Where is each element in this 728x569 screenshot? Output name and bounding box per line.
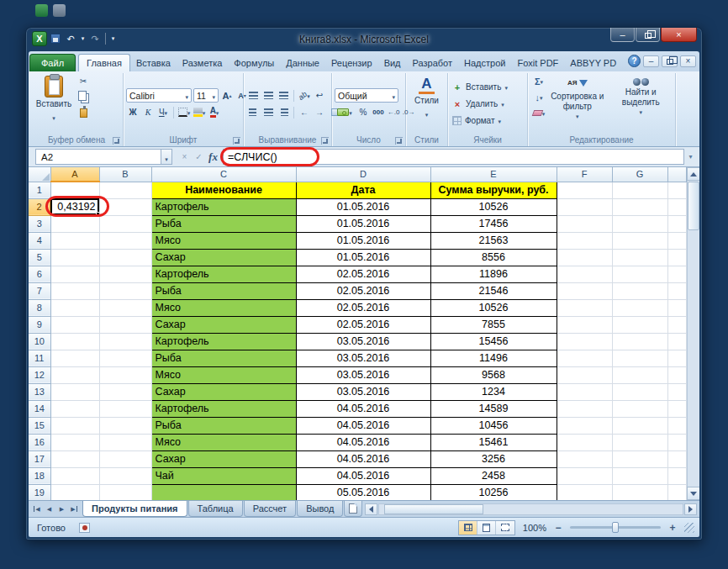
cell[interactable]: [50, 450, 99, 467]
number-format-combo[interactable]: Общий: [335, 88, 398, 103]
next-sheet-button[interactable]: ▶: [55, 503, 68, 515]
fill-button[interactable]: ↓: [532, 90, 546, 104]
cell[interactable]: [557, 282, 612, 299]
row-header[interactable]: 7: [29, 282, 50, 299]
column-header[interactable]: E: [430, 167, 557, 182]
sheet-tab[interactable]: Вывод: [297, 501, 343, 517]
ribbon-tab[interactable]: ABBYY PD: [564, 55, 622, 71]
percent-style-button[interactable]: %: [356, 105, 370, 119]
cell[interactable]: [99, 249, 151, 266]
horizontal-scrollbar[interactable]: [365, 503, 697, 515]
redo-button[interactable]: ↷: [88, 32, 102, 46]
autosum-button[interactable]: Σ: [532, 74, 546, 88]
date-cell[interactable]: 04.05.2016: [296, 417, 430, 434]
cell[interactable]: [667, 182, 686, 198]
cell[interactable]: [667, 467, 686, 484]
scroll-down-button[interactable]: [687, 487, 699, 500]
cell[interactable]: [667, 198, 686, 215]
excel-logo-icon[interactable]: X: [32, 31, 47, 46]
save-button[interactable]: [49, 32, 62, 46]
cell[interactable]: [557, 366, 612, 383]
cell[interactable]: [557, 400, 612, 417]
dialog-launcher-icon[interactable]: [321, 137, 329, 145]
product-cell[interactable]: Картофель: [151, 333, 296, 350]
increase-decimal-button[interactable]: ←.0: [387, 105, 400, 119]
cell[interactable]: [557, 434, 612, 450]
cell[interactable]: [667, 215, 686, 232]
cell[interactable]: [667, 383, 686, 400]
row-header[interactable]: 4: [29, 232, 50, 249]
cell[interactable]: [50, 299, 99, 316]
cell[interactable]: [50, 350, 99, 366]
sheet-tab[interactable]: Продукты питания: [82, 501, 187, 517]
clear-button[interactable]: [532, 106, 546, 120]
cell[interactable]: [50, 434, 99, 450]
cell[interactable]: [612, 266, 667, 282]
cell[interactable]: [612, 282, 667, 299]
cancel-button[interactable]: ×: [177, 149, 192, 165]
first-sheet-button[interactable]: ◀: [30, 503, 43, 515]
product-cell[interactable]: Сахар: [151, 316, 296, 333]
row-header[interactable]: 14: [29, 400, 50, 417]
row-header[interactable]: 5: [29, 249, 50, 266]
ribbon-tab[interactable]: Вид: [378, 55, 407, 71]
cell[interactable]: [99, 198, 151, 215]
comma-style-button[interactable]: 000: [372, 105, 385, 119]
product-cell[interactable]: Картофель: [151, 198, 296, 215]
wrap-text-button[interactable]: ↩: [313, 88, 326, 103]
formula-bar-expand-button[interactable]: ▾: [684, 149, 697, 165]
align-bottom-button[interactable]: [277, 88, 290, 103]
sum-cell[interactable]: 10456: [430, 417, 557, 434]
cell[interactable]: [667, 299, 686, 316]
cell[interactable]: [667, 400, 686, 417]
date-cell[interactable]: 03.05.2016: [296, 366, 430, 383]
row-header[interactable]: 19: [29, 484, 50, 500]
product-cell[interactable]: Мясо: [151, 232, 296, 249]
cell[interactable]: [50, 316, 99, 333]
dialog-launcher-icon[interactable]: [113, 137, 120, 145]
row-header[interactable]: 11: [29, 350, 50, 366]
sum-cell[interactable]: 9568: [430, 366, 557, 383]
cell[interactable]: [612, 450, 667, 467]
date-cell[interactable]: 04.05.2016: [296, 434, 430, 450]
sum-cell[interactable]: 21546: [430, 282, 557, 299]
cell[interactable]: [667, 450, 686, 467]
zoom-slider-thumb[interactable]: [612, 522, 619, 533]
cell[interactable]: [99, 467, 151, 484]
cell[interactable]: [557, 467, 612, 484]
fill-handle[interactable]: [96, 212, 99, 215]
product-cell[interactable]: Рыба: [151, 417, 296, 434]
undo-dropdown-button[interactable]: ▾: [79, 32, 87, 46]
fill-color-button[interactable]: [193, 105, 206, 119]
cell[interactable]: [557, 484, 612, 500]
workbook-minimize-button[interactable]: –: [643, 55, 659, 67]
sum-cell[interactable]: 10526: [430, 299, 557, 316]
ribbon-tab[interactable]: Данные: [280, 55, 325, 71]
cell[interactable]: [667, 232, 686, 249]
align-middle-button[interactable]: [261, 88, 275, 103]
sum-cell[interactable]: 3256: [430, 450, 557, 467]
product-cell[interactable]: Сахар: [151, 383, 296, 400]
formula-input[interactable]: =СЛЧИС(): [223, 149, 684, 165]
cell[interactable]: [50, 215, 99, 232]
row-header[interactable]: 8: [29, 299, 50, 316]
product-cell[interactable]: Мясо: [151, 434, 296, 450]
qat-customize-button[interactable]: ▾: [109, 32, 117, 46]
workbook-close-button[interactable]: ×: [680, 55, 696, 67]
close-button[interactable]: ×: [661, 28, 697, 42]
cell[interactable]: [612, 350, 667, 366]
name-box[interactable]: A2: [35, 149, 161, 165]
cell[interactable]: [667, 366, 686, 383]
scroll-left-button[interactable]: [365, 503, 377, 515]
vertical-scrollbar-thumb[interactable]: [688, 182, 699, 230]
page-layout-view-button[interactable]: [477, 521, 496, 535]
cell-styles-button[interactable]: А Стили: [409, 74, 445, 120]
scroll-right-button[interactable]: [684, 503, 697, 515]
cell[interactable]: [667, 282, 686, 299]
sum-cell[interactable]: 15461: [430, 434, 557, 450]
cell[interactable]: [50, 333, 99, 350]
sum-cell[interactable]: 11496: [430, 350, 557, 366]
ribbon-tab[interactable]: Рецензир: [325, 55, 378, 71]
cell[interactable]: [667, 434, 686, 450]
italic-button[interactable]: К: [141, 105, 155, 119]
